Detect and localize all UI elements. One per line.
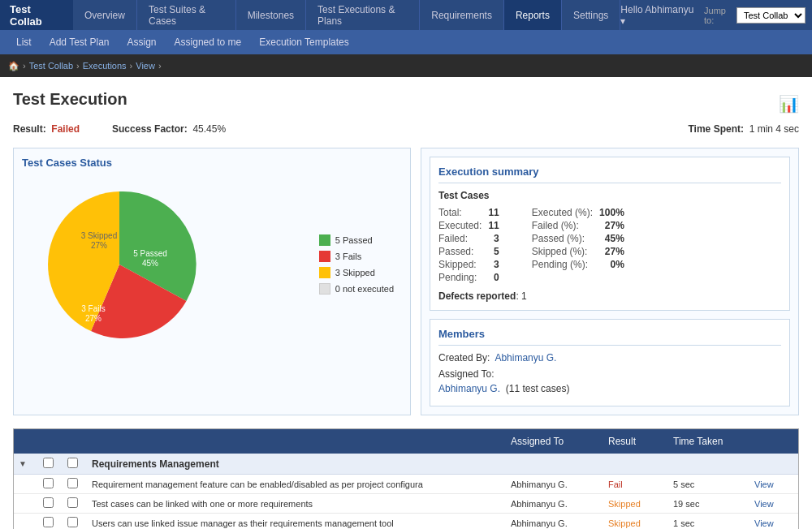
pie-chart-svg: 5 Passed 45% 3 Fails 27% 3 Skipped 27% <box>30 175 209 354</box>
nav-reports[interactable]: Reports <box>504 0 562 30</box>
row-checkbox-2[interactable] <box>63 478 87 490</box>
panels: Test Cases Status 5 Passed 45% 3 Fails 2… <box>13 148 799 415</box>
breadcrumb-view[interactable]: View <box>136 61 155 71</box>
user-greeting[interactable]: Hello Abhimanyu ▾ <box>620 4 698 27</box>
th-result: Result <box>603 436 668 447</box>
row-result: Fail <box>603 480 668 489</box>
breadcrumb-test-collab[interactable]: Test Collab <box>29 61 73 71</box>
nav-test-executions[interactable]: Test Executions & Plans <box>306 0 420 30</box>
pie-chart-title: Test Cases Status <box>22 157 402 169</box>
row-assigned: Abhimanyu G. <box>506 499 603 509</box>
table-row: Test cases can be linked with one or mor… <box>14 494 798 514</box>
success-value: 45.45% <box>192 123 226 135</box>
brand-logo: Test Collab <box>0 0 73 30</box>
success-factor: Success Factor: 45.45% <box>112 123 226 135</box>
summary-skipped-pct: Skipped (%): 27% <box>532 245 624 258</box>
row-name: Test cases can be linked with one or mor… <box>87 499 506 509</box>
result-label-text: Result: Failed <box>13 123 80 135</box>
execution-summary-section: Execution summary Test Cases Total: 11 E… <box>430 157 790 311</box>
th-time-taken: Time Taken <box>668 436 749 447</box>
pie-label-passed-pct: 45% <box>142 259 158 268</box>
summary-failed-pct: Failed (%): 27% <box>532 219 624 232</box>
sub-nav-list[interactable]: List <box>8 30 40 54</box>
sub-nav-assign[interactable]: Assign <box>119 30 165 54</box>
row-result: Skipped <box>603 499 668 509</box>
expand-icon[interactable]: ▼ <box>14 459 38 468</box>
row-time: 19 sec <box>668 499 749 509</box>
breadcrumb: 🏠 › Test Collab › Executions › View › <box>0 54 812 77</box>
sub-nav: List Add Test Plan Assign Assigned to me… <box>0 30 812 54</box>
summary-executed: Executed: 11 <box>438 219 499 232</box>
legend-skipped: 3 Skipped <box>319 267 394 278</box>
nav-milestones[interactable]: Milestones <box>236 0 306 30</box>
row-checkbox-1[interactable] <box>38 497 63 510</box>
sub-nav-assigned-to-me[interactable]: Assigned to me <box>166 30 250 54</box>
export-icon[interactable]: 📊 <box>779 94 799 114</box>
nav-settings[interactable]: Settings <box>562 0 620 30</box>
summary-pending-pct: Pending (%): 0% <box>532 258 624 271</box>
breadcrumb-executions[interactable]: Executions <box>83 61 127 71</box>
legend-color-skipped <box>319 267 330 278</box>
row-time: 5 sec <box>668 480 749 489</box>
table-header: Assigned To Result Time Taken <box>14 429 798 454</box>
summary-total: Total: 11 <box>438 206 499 219</box>
row-checkbox-1[interactable] <box>38 478 63 490</box>
legend-label-skipped: 3 Skipped <box>335 268 375 277</box>
group-checkbox-2[interactable] <box>63 458 87 471</box>
home-icon[interactable]: 🏠 <box>8 61 19 71</box>
created-by-row: Created By: Abhimanyu G. <box>438 352 781 363</box>
row-name: Requirement management feature can be en… <box>87 480 506 489</box>
sub-nav-execution-templates[interactable]: Execution Templates <box>251 30 357 54</box>
row-view-link[interactable]: View <box>749 518 798 528</box>
row-time: 1 sec <box>668 518 749 528</box>
time-value: 1 min 4 sec <box>749 123 799 135</box>
group-label: Requirements Management <box>87 458 798 470</box>
jump-to: Jump to: Test Collab <box>704 6 806 25</box>
assigned-to-link[interactable]: Abhimanyu G. <box>438 383 500 394</box>
test-cases-heading: Test Cases <box>438 190 781 201</box>
nav-test-suites[interactable]: Test Suites & Cases <box>137 0 236 30</box>
row-checkbox-1[interactable] <box>38 517 63 529</box>
group-checkbox-1[interactable] <box>38 458 63 471</box>
summary-passed: Passed: 5 <box>438 245 499 258</box>
assigned-to-row: Assigned To: <box>438 368 781 380</box>
legend-label-fails: 3 Fails <box>335 252 361 261</box>
summary-pending: Pending: 0 <box>438 271 499 284</box>
legend-color-passed <box>319 234 330 246</box>
legend-label-not-executed: 0 not executed <box>335 284 394 294</box>
jump-to-select[interactable]: Test Collab <box>736 7 806 24</box>
row-result: Skipped <box>603 518 668 528</box>
pie-label-skipped: 3 Skipped <box>81 231 117 240</box>
summary-executed-pct: Executed (%): 100% <box>532 206 624 219</box>
legend-not-executed: 0 not executed <box>319 283 394 295</box>
created-by-link[interactable]: Abhimanyu G. <box>495 352 556 363</box>
row-view-link[interactable]: View <box>749 480 798 489</box>
row-assigned: Abhimanyu G. <box>506 480 603 489</box>
nav-overview[interactable]: Overview <box>73 0 137 30</box>
summary-data: Total: 11 Executed: 11 Failed: 3 Passe <box>438 206 781 284</box>
pie-label-passed: 5 Passed <box>133 249 167 258</box>
row-view-link[interactable]: View <box>749 499 798 509</box>
chart-area: 5 Passed 45% 3 Fails 27% 3 Skipped 27% 5… <box>22 175 402 354</box>
pie-label-skipped-pct: 27% <box>91 241 107 250</box>
summary-skipped: Skipped: 3 <box>438 258 499 271</box>
page-title: Test Execution <box>13 90 127 109</box>
row-checkbox-2[interactable] <box>63 497 87 510</box>
members-title: Members <box>438 328 781 346</box>
legend-fails: 3 Fails <box>319 251 394 262</box>
chart-legend: 5 Passed 3 Fails 3 Skipped 0 not execute… <box>319 234 394 295</box>
legend-passed: 5 Passed <box>319 234 394 246</box>
table-row: Users can use linked issue manager as th… <box>14 514 798 529</box>
members-section: Members Created By: Abhimanyu G. Assigne… <box>430 319 790 406</box>
result-bar: Result: Failed Success Factor: 45.45% Ti… <box>13 123 799 135</box>
page-content: Test Execution 📊 Result: Failed Success … <box>0 77 812 529</box>
row-checkbox-2[interactable] <box>63 517 87 529</box>
pie-label-fails: 3 Fails <box>81 304 105 313</box>
top-nav: Test Collab Overview Test Suites & Cases… <box>0 0 812 30</box>
nav-requirements[interactable]: Requirements <box>420 0 504 30</box>
execution-summary-title: Execution summary <box>438 166 781 183</box>
legend-color-fails <box>319 251 330 262</box>
time-spent: Time Spent: 1 min 4 sec <box>689 123 800 135</box>
sub-nav-add-test-plan[interactable]: Add Test Plan <box>41 30 118 54</box>
legend-label-passed: 5 Passed <box>335 235 373 245</box>
